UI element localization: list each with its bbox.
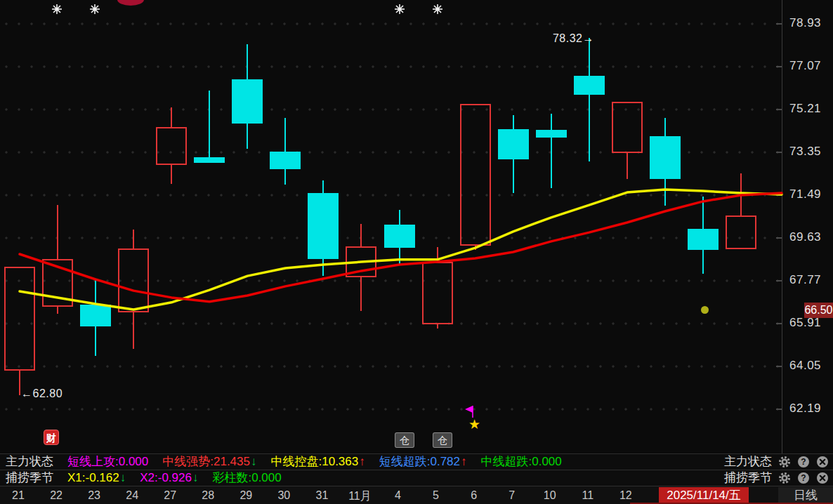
- price-tick-label: 73.35: [789, 145, 821, 159]
- indicator-help-icon[interactable]: ?: [797, 456, 810, 468]
- candle-body-down: [308, 193, 339, 259]
- gridline: [0, 108, 782, 111]
- indicator-close-icon[interactable]: [816, 456, 829, 468]
- date-tick-label: 24: [126, 489, 138, 502]
- indicator-field: 中线控盘:10.363↑: [271, 454, 365, 470]
- gridline: [0, 22, 782, 25]
- indicator-close-icon[interactable]: [816, 472, 829, 484]
- cang-position-icon[interactable]: 仓: [433, 432, 452, 448]
- date-tick-label: 10: [544, 489, 556, 502]
- date-tick-label: 7: [509, 489, 515, 502]
- gridline: [0, 322, 782, 325]
- indicator-field: X2:-0.926↓: [140, 470, 198, 486]
- date-tick-label: 22: [50, 489, 63, 502]
- candle-wick: [171, 107, 172, 127]
- candle-wick: [171, 165, 172, 184]
- gridline: [0, 408, 782, 411]
- period-selector[interactable]: 日线: [778, 487, 833, 503]
- svg-text:?: ?: [801, 473, 806, 483]
- date-tick-label: 6: [471, 489, 477, 502]
- indicator-controls: 主力状态 ?: [724, 454, 833, 470]
- indicator-settings-icon[interactable]: [778, 456, 791, 468]
- candle-wick: [360, 224, 362, 246]
- sparkle-icon: [90, 4, 100, 17]
- date-tick-label: 29: [240, 489, 252, 502]
- candle-body-up: [460, 104, 491, 246]
- date-tick-label: 11月: [348, 489, 372, 504]
- candle-wick: [209, 91, 210, 163]
- arrow-down-icon: ↓: [251, 455, 257, 468]
- candle-body-down: [536, 130, 567, 138]
- indicator-bar-zhuli: 主力状态短线上攻:0.000中线强势:21.435↓中线控盘:10.363↑短线…: [0, 453, 833, 470]
- axis-tick: [776, 280, 782, 281]
- candle-body-up: [346, 246, 376, 277]
- date-tick-label: 5: [433, 489, 439, 502]
- indicator-values: 捕捞季节X1:-0.162↓X2:-0.926↓彩柱数:0.000: [0, 470, 282, 486]
- star-icon: ★: [468, 418, 480, 431]
- candle-body-down: [384, 225, 415, 248]
- cang-position-icon[interactable]: 仓: [395, 432, 414, 448]
- price-tick-label: 75.21: [789, 102, 821, 116]
- price-tick-label: 77.07: [789, 59, 821, 73]
- candle-body-down: [688, 229, 719, 250]
- candle-wick: [627, 153, 628, 179]
- axis-tick: [776, 237, 782, 239]
- candle-wick: [437, 247, 438, 262]
- candle-body-down: [498, 129, 529, 159]
- gridline: [0, 65, 782, 68]
- date-tick-label: 21: [12, 489, 25, 502]
- date-tick-label: 23: [88, 489, 100, 502]
- candle-body-down: [574, 76, 605, 95]
- axis-tick: [776, 366, 782, 367]
- date-tick-label: 11: [582, 489, 593, 502]
- svg-text:?: ?: [801, 457, 806, 467]
- candle-body-down: [194, 157, 225, 164]
- candle-wick: [57, 205, 58, 259]
- indicator-field: 短线超跌:0.782↑: [379, 454, 467, 470]
- candle-body-down: [270, 152, 301, 169]
- price-tick-label: 78.93: [789, 16, 821, 30]
- arrow-down-icon: ↓: [192, 471, 199, 484]
- last-price-badge: 66.50: [804, 303, 833, 318]
- sparkle-icon: [433, 4, 442, 17]
- moving-average-lines: [0, 0, 833, 453]
- current-date-badge: 2025/11/14/五: [659, 487, 749, 503]
- candle-wick: [19, 371, 20, 395]
- candle-wick: [133, 230, 134, 248]
- candle-wick: [360, 277, 362, 311]
- axis-tick: [776, 23, 782, 25]
- candle-body-up: [118, 248, 149, 312]
- candle-wick: [740, 173, 742, 215]
- date-tick-label: 30: [277, 489, 290, 502]
- chart-canvas[interactable]: 财仓仓 ★ 78.9377.0775.2173.3571.4969.6367.7…: [0, 0, 833, 453]
- cai-news-icon[interactable]: 财: [44, 430, 59, 445]
- candle-wick: [551, 114, 552, 188]
- price-annotation-high: 78.32→: [553, 32, 594, 45]
- clipped-logo-icon: [117, 0, 144, 6]
- price-tick-label: 69.63: [789, 230, 821, 244]
- indicator-field: 短线上攻:0.000: [67, 454, 148, 470]
- trading-app-window: 财仓仓 ★ 78.9377.0775.2173.3571.4969.6367.7…: [0, 0, 833, 504]
- candle-wick: [589, 38, 590, 161]
- candle-wick: [475, 246, 476, 251]
- indicator-help-icon[interactable]: ?: [797, 472, 810, 484]
- indicator-field: 中线超跌:0.000: [481, 454, 562, 470]
- arrow-up-icon: ↑: [359, 455, 365, 468]
- indicator-values: 主力状态短线上攻:0.000中线强势:21.435↓中线控盘:10.363↑短线…: [0, 454, 562, 470]
- indicator-name-right: 捕捞季节: [724, 470, 772, 486]
- price-tick-label: 62.19: [789, 402, 821, 416]
- candle-wick: [133, 312, 134, 349]
- date-tick-label: 27: [164, 489, 176, 502]
- indicator-settings-icon[interactable]: [778, 472, 791, 484]
- price-axis-line: [782, 0, 782, 453]
- indicator-bar-bulao: 捕捞季节X1:-0.162↓X2:-0.926↓彩柱数:0.000 捕捞季节 ?: [0, 470, 833, 486]
- candle-body-up: [4, 267, 35, 371]
- date-axis-bar: 21222324272829303111月4567101112 2025/11/…: [0, 486, 833, 504]
- candle-body-up: [422, 262, 453, 324]
- indicator-name: 主力状态: [6, 454, 53, 470]
- sparkle-icon: [395, 4, 405, 17]
- candle-body-down: [80, 305, 111, 326]
- candle-body-up: [612, 102, 643, 153]
- date-tick-label: 31: [315, 489, 328, 502]
- price-tick-label: 64.05: [789, 359, 821, 373]
